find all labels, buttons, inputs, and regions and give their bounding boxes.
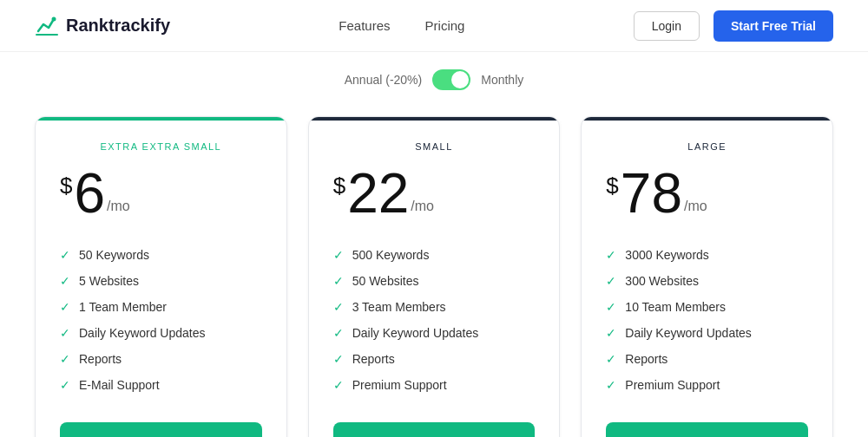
check-icon: ✓ — [60, 300, 70, 314]
card-accent — [309, 117, 560, 121]
pricing-card-2: Large$78/mo✓3000 Keywords✓300 Websites✓1… — [581, 116, 833, 437]
header-actions: Login Start Free Trial — [634, 10, 833, 42]
card-tier: Large — [606, 141, 808, 152]
trial-button[interactable]: Start Free Trial — [713, 10, 833, 42]
logo-text: Ranktrackify — [66, 16, 170, 36]
card-tier: Extra Extra Small — [60, 141, 262, 152]
billing-toggle: Annual (-20%) Monthly — [0, 52, 868, 99]
feature-text: 1 Team Member — [79, 300, 167, 314]
feature-text: 50 Websites — [352, 274, 419, 288]
card-accent — [36, 117, 286, 121]
check-icon: ✓ — [606, 352, 616, 366]
price-dollar: $ — [60, 173, 72, 199]
logo-icon — [35, 14, 59, 38]
feature-item: ✓3000 Keywords — [606, 242, 808, 268]
cta-button[interactable]: Get started now — [333, 422, 536, 437]
toggle-knob — [451, 71, 469, 88]
annual-label: Annual (-20%) — [345, 73, 423, 87]
feature-text: Premium Support — [352, 378, 447, 392]
check-icon: ✓ — [333, 300, 344, 314]
feature-text: Daily Keyword Updates — [79, 326, 206, 340]
card-tier: Small — [333, 141, 536, 152]
header: Ranktrackify Features Pricing Login Star… — [0, 0, 868, 52]
features-list: ✓500 Keywords✓50 Websites✓3 Team Members… — [333, 242, 536, 398]
feature-text: E-Mail Support — [79, 378, 160, 392]
check-icon: ✓ — [606, 274, 616, 288]
features-list: ✓50 Keywords✓5 Websites✓1 Team Member✓Da… — [60, 242, 262, 398]
feature-item: ✓1 Team Member — [60, 294, 262, 320]
feature-item: ✓Daily Keyword Updates — [606, 320, 808, 346]
check-icon: ✓ — [333, 274, 344, 288]
price-period: /mo — [684, 199, 707, 214]
card-price: $6/mo — [60, 166, 262, 221]
feature-text: 3000 Keywords — [625, 248, 709, 262]
feature-item: ✓Premium Support — [606, 372, 808, 398]
feature-text: 3 Team Members — [352, 300, 446, 314]
feature-item: ✓10 Team Members — [606, 294, 808, 320]
nav-pricing[interactable]: Pricing — [425, 18, 465, 33]
main-nav: Features Pricing — [339, 18, 464, 33]
feature-text: Reports — [352, 352, 395, 366]
feature-item: ✓Premium Support — [333, 372, 536, 398]
feature-item: ✓300 Websites — [606, 268, 808, 294]
feature-text: Daily Keyword Updates — [625, 326, 752, 340]
feature-item: ✓50 Keywords — [60, 242, 262, 268]
price-amount: 78 — [621, 166, 682, 221]
card-accent — [582, 117, 832, 121]
pricing-card-1: Small$22/mo✓500 Keywords✓50 Websites✓3 T… — [308, 116, 561, 437]
cta-button[interactable]: Get started now — [60, 422, 262, 437]
price-period: /mo — [411, 199, 434, 214]
feature-item: ✓50 Websites — [333, 268, 536, 294]
feature-item: ✓Daily Keyword Updates — [60, 320, 262, 346]
price-amount: 22 — [347, 166, 409, 221]
card-price: $22/mo — [333, 166, 536, 221]
monthly-label: Monthly — [481, 73, 523, 87]
feature-text: Premium Support — [625, 378, 720, 392]
nav-features[interactable]: Features — [339, 18, 390, 33]
login-button[interactable]: Login — [634, 11, 700, 41]
logo[interactable]: Ranktrackify — [35, 14, 170, 38]
check-icon: ✓ — [606, 326, 616, 340]
check-icon: ✓ — [606, 300, 616, 314]
feature-item: ✓Daily Keyword Updates — [333, 320, 536, 346]
check-icon: ✓ — [60, 274, 70, 288]
check-icon: ✓ — [333, 326, 344, 340]
feature-item: ✓500 Keywords — [333, 242, 536, 268]
cards-container: Extra Extra Small$6/mo✓50 Keywords✓5 Web… — [35, 116, 833, 437]
check-icon: ✓ — [606, 378, 616, 392]
check-icon: ✓ — [60, 378, 70, 392]
check-icon: ✓ — [606, 248, 616, 262]
feature-text: 5 Websites — [79, 274, 139, 288]
feature-item: ✓Reports — [60, 346, 262, 372]
feature-item: ✓Reports — [606, 346, 808, 372]
feature-text: 500 Keywords — [352, 248, 430, 262]
check-icon: ✓ — [60, 352, 70, 366]
card-price: $78/mo — [606, 166, 808, 221]
feature-item: ✓5 Websites — [60, 268, 262, 294]
price-amount: 6 — [74, 166, 105, 221]
cta-button[interactable]: Get started now — [606, 422, 808, 437]
svg-point-0 — [52, 16, 56, 21]
feature-text: Reports — [79, 352, 122, 366]
price-period: /mo — [107, 199, 130, 214]
check-icon: ✓ — [333, 352, 344, 366]
check-icon: ✓ — [60, 248, 70, 262]
billing-switch[interactable] — [432, 69, 470, 90]
check-icon: ✓ — [60, 326, 70, 340]
feature-item: ✓3 Team Members — [333, 294, 536, 320]
price-dollar: $ — [333, 173, 345, 199]
feature-item: ✓E-Mail Support — [60, 372, 262, 398]
feature-item: ✓Reports — [333, 346, 536, 372]
price-dollar: $ — [606, 173, 618, 199]
feature-text: Reports — [625, 352, 667, 366]
feature-text: Daily Keyword Updates — [352, 326, 479, 340]
pricing-section: Extra Extra Small$6/mo✓50 Keywords✓5 Web… — [0, 99, 868, 437]
check-icon: ✓ — [333, 248, 344, 262]
pricing-card-0: Extra Extra Small$6/mo✓50 Keywords✓5 Web… — [35, 116, 287, 437]
features-list: ✓3000 Keywords✓300 Websites✓10 Team Memb… — [606, 242, 808, 398]
feature-text: 10 Team Members — [625, 300, 726, 314]
check-icon: ✓ — [333, 378, 344, 392]
feature-text: 300 Websites — [625, 274, 699, 288]
feature-text: 50 Keywords — [79, 248, 149, 262]
